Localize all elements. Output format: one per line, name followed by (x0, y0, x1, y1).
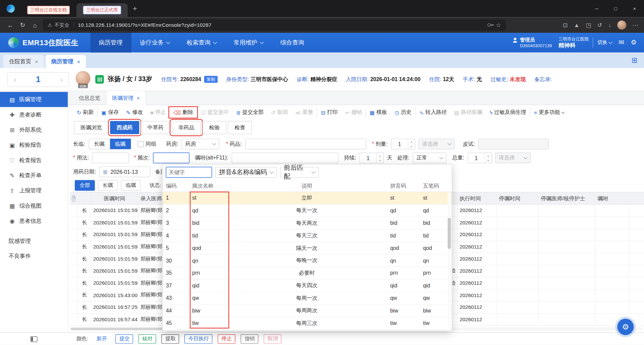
stepper-down-icon[interactable]: ▾ (377, 158, 383, 163)
sidebar-item[interactable]: ◉ 患者信息 (0, 213, 68, 228)
floating-settings-button[interactable]: ⚙ (617, 319, 634, 335)
shield-icon[interactable]: ▲ (574, 22, 580, 28)
popup-scrollbar[interactable] (448, 192, 451, 329)
stepper-down-icon[interactable]: ▾ (485, 158, 492, 163)
frequency-row[interactable]: 46 qiw 每周四次 qiw qiw (163, 330, 452, 331)
toolbar-button[interactable]: ∿ 转入路径 (415, 108, 450, 117)
sidebar-item[interactable]: ▦ 综合视图 (0, 198, 68, 213)
nav-item[interactable]: 检索查询 (178, 33, 225, 53)
frequency-row[interactable]: 1 st 立即 st st (163, 192, 452, 204)
toolbar-button[interactable]: ■ 停止 (147, 108, 169, 117)
home-icon[interactable]: ⌂ (29, 21, 41, 28)
usage-input[interactable] (92, 153, 129, 163)
toolbar-button[interactable]: ▣ 保存 (97, 108, 122, 117)
sidebar-item[interactable]: ▣ 检验报告 (0, 137, 68, 152)
sidebar-item[interactable]: 不良事件 (0, 249, 68, 264)
detail-tab[interactable]: 医嘱管理 × (106, 91, 146, 105)
back-icon[interactable]: ← (4, 21, 16, 28)
temp-order-button[interactable]: 临嘱 (110, 139, 131, 149)
drug-input[interactable] (245, 139, 366, 149)
stepper-down-icon[interactable]: ▾ (408, 144, 415, 149)
nav-item[interactable]: 常用维护 (225, 33, 272, 53)
nav-item[interactable]: 病历管理 (90, 33, 131, 53)
dose-unit-select[interactable]: 请选择 (419, 139, 455, 149)
frequency-row[interactable]: 45 tiw 每周三次 tiw tiw (163, 317, 452, 330)
orders-filter-chip[interactable]: 临嘱 (121, 180, 141, 191)
orders-filter-chip[interactable]: 全部 (75, 180, 95, 191)
frequency-row[interactable]: 30 qn 每晚一次 qn qn (163, 255, 452, 267)
long-order-button[interactable]: 长嘱 (89, 139, 110, 149)
total-stepper[interactable]: ▴▾ (468, 153, 492, 163)
match-mode-select[interactable]: 拼音&名称&编码 (215, 167, 277, 178)
sidebar-item[interactable]: ✚ 患者诊断 (0, 107, 68, 122)
frequency-row[interactable]: 4 tid 每天三次 tid tid (163, 229, 452, 242)
sidebar-item[interactable]: ⊞ 外部系统 (0, 122, 68, 137)
toolbar-button[interactable]: ▦ 模板 (366, 108, 391, 117)
toolbar-button[interactable]: ≪ 重整 (291, 108, 317, 117)
extensions-icon[interactable]: ◳ (586, 22, 591, 28)
favorite-star-icon[interactable]: ☆ (496, 22, 501, 28)
category-tab[interactable]: 检查 (228, 121, 252, 134)
total-unit-select[interactable]: 请选择 (495, 153, 530, 163)
prev-patient-icon[interactable]: ‹ (13, 75, 16, 83)
orders-filter-chip[interactable]: 长嘱 (98, 180, 118, 191)
stepper-up-icon[interactable]: ▴ (377, 153, 383, 158)
browser-tab[interactable]: 三明台江在线文档 (20, 3, 76, 17)
frequency-row[interactable]: 35 prn 必要时 prn prn (163, 267, 452, 279)
download-icon[interactable]: ↓ (608, 22, 611, 28)
close-icon[interactable]: × (137, 95, 140, 101)
address-bar[interactable]: ⚠ 不安全 10.128.226.114:19001/?s=XE#/EmrCon… (43, 19, 506, 31)
workspace-tab[interactable]: 病历管理 × (45, 55, 86, 68)
help-icon[interactable]: ? (72, 195, 75, 202)
category-tab[interactable]: 医嘱浏览 (74, 121, 108, 134)
sidebar-item[interactable]: ⇧ 上报管理 (0, 183, 68, 198)
copy-button[interactable]: 复制 (204, 76, 217, 83)
sidebar-item[interactable]: 院感管理 (0, 233, 68, 249)
pharmacy-select[interactable]: 药房 (182, 139, 220, 149)
remark-input[interactable] (231, 153, 338, 163)
panel-toggle-icon[interactable] (31, 336, 38, 342)
screenshot-icon[interactable]: ⊡ (563, 22, 568, 28)
toolbar-button[interactable]: ↩ 撤销 (341, 108, 366, 117)
maximize-button[interactable]: □ (606, 0, 625, 17)
mail-icon[interactable]: ✉ (619, 39, 624, 47)
avatar-switch-label[interactable]: 切换 (78, 83, 88, 88)
toolbar-button[interactable]: ≣ 提交全部 (232, 108, 267, 117)
toolbar-button[interactable]: ⊟ 打印 (317, 108, 341, 117)
stepper-up-icon[interactable]: ▴ (408, 139, 415, 144)
url-text[interactable]: 10.128.226.114:19001/?s=XE#/EmrConsole?z… (78, 22, 211, 28)
nav-item[interactable]: 综合查询 (272, 33, 313, 53)
handle-select[interactable]: 正常 (413, 153, 446, 163)
nav-item[interactable]: 诊疗业务 (131, 33, 178, 53)
toolbar-button[interactable]: ▤ 路径医嘱 (450, 108, 486, 117)
browser-tab[interactable]: 三明台江正式库 (76, 3, 128, 17)
next-patient-icon[interactable]: › (60, 75, 63, 83)
toolbar-button[interactable]: ↻ 刷新 (73, 108, 97, 117)
toolbar-button[interactable]: ↺ 取回 (267, 108, 291, 117)
frequency-row[interactable]: 43 qw 每周一次 qw qw (163, 292, 452, 304)
minimize-button[interactable]: ─ (587, 0, 606, 17)
toolbar-button[interactable]: ≡ 更多功能 (530, 108, 568, 117)
history-icon[interactable]: ↺ (597, 22, 602, 28)
frequency-row[interactable]: 3 bid 每天两次 bid bid (163, 217, 452, 229)
sidebar-item[interactable]: ✎ 检查开单 (0, 168, 68, 183)
duration-stepper[interactable]: ▴▾ (360, 153, 384, 163)
toolbar-button[interactable]: ✎ 修改 (122, 108, 147, 117)
close-icon[interactable]: × (35, 58, 38, 64)
frequency-row[interactable]: 2 qd 每天一次 qd qd (163, 204, 452, 217)
browser-menu-icon[interactable]: ⋯ (633, 22, 638, 28)
frequency-row[interactable]: 44 biw 每周两次 biw biw (163, 304, 452, 317)
freq-input[interactable] (153, 153, 189, 163)
patient-avatar-wrap[interactable]: 切换 (75, 71, 90, 88)
category-tab[interactable]: 非药品 (172, 121, 201, 134)
workspace-tab[interactable]: 住院首页 × (3, 55, 44, 68)
reload-icon[interactable]: ↻ (16, 21, 29, 29)
toolbar-button[interactable]: ϟ 过敏及病生理 (486, 108, 530, 117)
frequency-row[interactable]: 37 qid 每天四次 qid qid (163, 279, 452, 292)
category-tab[interactable]: 检验 (203, 121, 226, 134)
same-group-checkbox[interactable] (138, 141, 144, 147)
password-key-icon[interactable] (488, 23, 491, 27)
sidebar-item[interactable]: ▤ 医嘱管理 (0, 92, 68, 107)
new-tab-button[interactable]: + (133, 4, 137, 13)
switch-department-button[interactable]: 切换 (597, 39, 612, 46)
